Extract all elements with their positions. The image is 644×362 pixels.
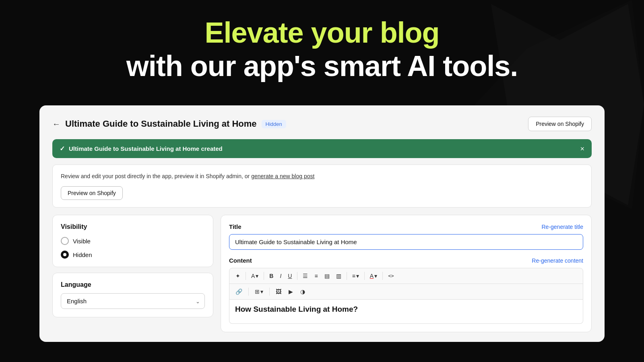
italic-btn[interactable]: I — [277, 271, 284, 281]
visibility-hidden-option[interactable]: Hidden — [61, 251, 205, 259]
toolbar-separator-5 — [364, 272, 365, 280]
hidden-radio[interactable] — [61, 251, 69, 259]
info-section: Review and edit your post directly in th… — [52, 165, 592, 208]
right-panel: Title Re-generate title Content Re-gener… — [221, 215, 592, 332]
table-arrow: ▾ — [260, 288, 263, 295]
font-label: A — [251, 273, 255, 279]
image-btn[interactable]: 🖼 — [273, 286, 284, 297]
toolbar-separator-2 — [264, 272, 264, 280]
content-label: Content — [229, 257, 252, 264]
toolbar-separator-8 — [269, 288, 270, 296]
language-panel: Language English Spanish French German I… — [52, 273, 213, 317]
table-btn[interactable]: ⊞ ▾ — [252, 286, 266, 297]
language-select[interactable]: English Spanish French German Italian — [61, 293, 205, 309]
text-color-btn[interactable]: A ▾ — [367, 271, 380, 281]
font-btn[interactable]: A ▾ — [248, 271, 261, 281]
toolbar-row-2: 🔗 ⊞ ▾ 🖼 ▶ ◑ — [229, 284, 583, 299]
back-button[interactable]: ← — [52, 120, 60, 128]
content-preview-text: How Sustainable Living at Home? — [235, 304, 577, 315]
text-color-label: A — [370, 273, 374, 279]
success-banner: ✓ Ultimate Guide to Sustainable Living a… — [52, 139, 592, 158]
bullet-list-btn[interactable]: ☰ — [300, 271, 311, 281]
language-title: Language — [61, 281, 205, 288]
visible-label: Visible — [73, 238, 91, 245]
link-btn[interactable]: 🔗 — [233, 286, 245, 297]
editor-toolbar: ✦ A ▾ B I U ☰ ≡ ▤ ▥ — [229, 268, 583, 300]
alignment-dropdown-btn[interactable]: ≡ ▾ — [349, 271, 362, 281]
success-message: Ultimate Guide to Sustainable Living at … — [69, 145, 223, 152]
regenerate-title-link[interactable]: Re-generate title — [541, 224, 583, 230]
language-select-wrapper: English Spanish French German Italian ⌄ — [61, 293, 205, 309]
magic-btn[interactable]: ✦ — [233, 271, 243, 281]
toolbar-row-1: ✦ A ▾ B I U ☰ ≡ ▤ ▥ — [229, 268, 583, 284]
check-icon: ✓ — [60, 145, 65, 152]
underline-btn[interactable]: U — [285, 271, 295, 281]
content-field-header: Content Re-generate content — [229, 257, 583, 264]
visible-radio[interactable] — [61, 237, 69, 245]
main-card: ← Ultimate Guide to Sustainable Living a… — [39, 105, 605, 342]
align-right-btn[interactable]: ▥ — [333, 271, 344, 281]
toolbar-separator-4 — [347, 272, 347, 280]
visibility-options: Visible Hidden — [61, 237, 205, 259]
generate-new-post-link[interactable]: generate a new blog post — [251, 173, 314, 179]
close-banner-button[interactable]: × — [580, 145, 584, 152]
left-column: Visibility Visible Hidden — [52, 215, 213, 332]
card-header-left: ← Ultimate Guide to Sustainable Living a… — [52, 119, 286, 129]
success-banner-content: ✓ Ultimate Guide to Sustainable Living a… — [60, 145, 223, 152]
font-dropdown-arrow: ▾ — [256, 273, 258, 279]
info-text: Review and edit your post directly in th… — [61, 172, 583, 181]
toolbar-separator-7 — [248, 288, 249, 296]
status-badge: Hidden — [262, 120, 286, 128]
two-column-layout: Visibility Visible Hidden — [52, 215, 592, 332]
code-view-btn[interactable]: <> — [385, 271, 396, 281]
text-color-arrow: ▾ — [374, 273, 377, 279]
title-label: Title — [229, 223, 242, 230]
toolbar-separator-6 — [382, 272, 383, 280]
visibility-visible-option[interactable]: Visible — [61, 237, 205, 245]
table-icon: ⊞ — [255, 288, 260, 295]
bold-btn[interactable]: B — [266, 271, 276, 281]
regenerate-content-link[interactable]: Re-generate content — [532, 257, 583, 264]
hero-title: Elevate your blog with our app's smart A… — [0, 16, 644, 83]
visibility-title: Visibility — [61, 223, 205, 230]
title-field-header: Title Re-generate title — [229, 223, 583, 230]
page-title: Ultimate Guide to Sustainable Living at … — [65, 119, 257, 129]
embed-btn[interactable]: ◑ — [297, 286, 308, 297]
toolbar-separator-1 — [246, 272, 246, 280]
align-left-btn[interactable]: ▤ — [322, 271, 332, 281]
preview-shopify-button-top[interactable]: Preview on Shopify — [528, 117, 592, 131]
card-header: ← Ultimate Guide to Sustainable Living a… — [52, 117, 592, 131]
radio-inner-dot — [63, 253, 66, 256]
align-arrow: ▾ — [356, 273, 359, 279]
align-icon: ≡ — [352, 273, 355, 279]
preview-shopify-button-secondary[interactable]: Preview on Shopify — [61, 186, 123, 200]
content-editor[interactable]: How Sustainable Living at Home? — [229, 300, 583, 324]
toolbar-separator-3 — [297, 272, 297, 280]
hero-section: Elevate your blog with our app's smart A… — [0, 16, 644, 83]
title-input[interactable] — [229, 234, 583, 250]
right-column: Title Re-generate title Content Re-gener… — [221, 215, 592, 332]
ordered-list-btn[interactable]: ≡ — [312, 271, 320, 281]
hidden-label: Hidden — [73, 251, 92, 258]
video-btn[interactable]: ▶ — [286, 286, 296, 297]
visibility-panel: Visibility Visible Hidden — [52, 215, 213, 267]
